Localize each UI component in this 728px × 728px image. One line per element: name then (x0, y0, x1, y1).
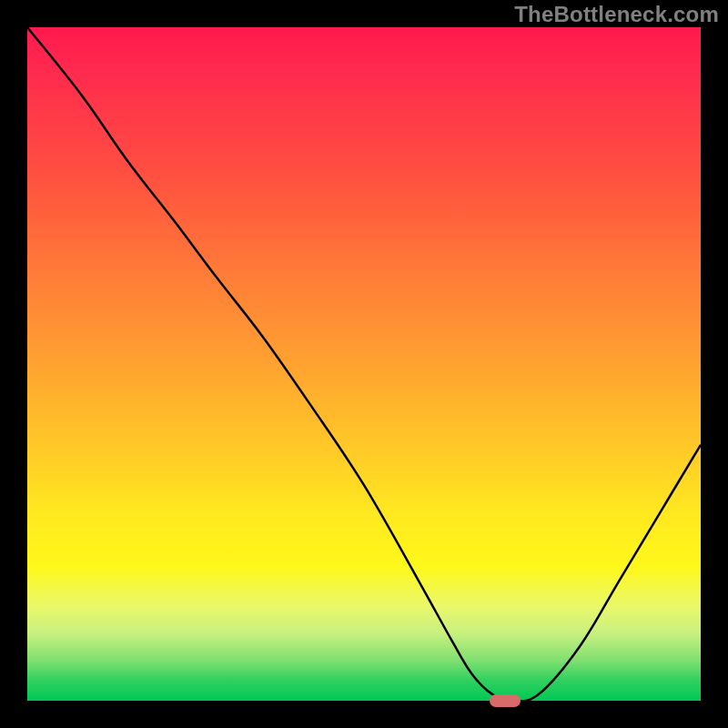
bottleneck-curve (27, 27, 701, 701)
watermark-text: TheBottleneck.com (514, 2, 719, 27)
plot-area (27, 27, 701, 701)
chart-container: TheBottleneck.com (0, 0, 728, 728)
optimal-marker (490, 694, 521, 707)
curve-svg (27, 27, 701, 701)
